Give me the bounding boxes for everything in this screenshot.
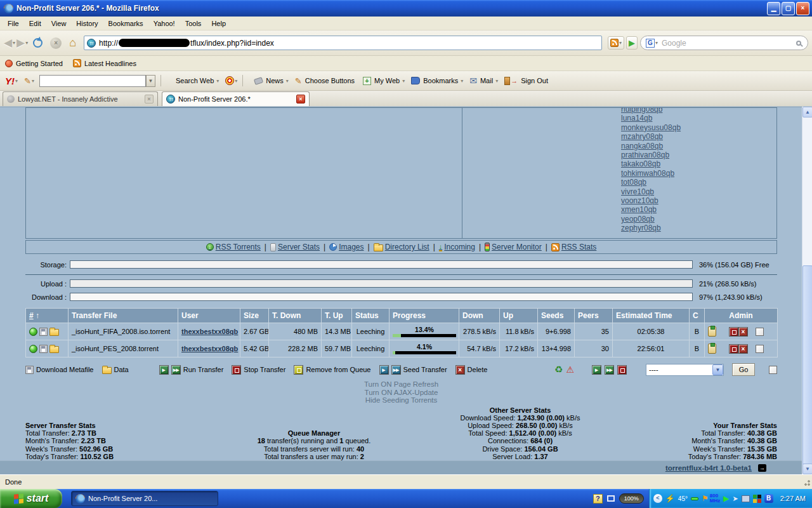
run-selected-button[interactable]: ▶▶ bbox=[605, 365, 614, 375]
metafile-icon[interactable] bbox=[39, 345, 48, 353]
menu-edit[interactable]: Edit bbox=[24, 18, 46, 29]
vertical-scrollbar[interactable]: ▲ ▼ bbox=[802, 107, 812, 474]
toggle-page-refresh[interactable]: Turn ON Page Refresh bbox=[364, 380, 438, 388]
link-images[interactable]: Images bbox=[329, 243, 363, 251]
user-link[interactable]: mzahry08qb bbox=[621, 132, 776, 141]
user-link[interactable]: nangka08qb bbox=[621, 142, 776, 150]
owner-link[interactable]: thexxbestxx08qb bbox=[181, 328, 238, 335]
stop-transfer-button[interactable] bbox=[729, 344, 738, 354]
menu-tools[interactable]: Tools bbox=[180, 18, 207, 29]
warning-icon[interactable]: ⚠ bbox=[566, 364, 574, 375]
bookmark-getting-started[interactable]: Getting Started bbox=[5, 60, 63, 67]
link-rss-torrents[interactable]: ↓RSS Torrents bbox=[206, 243, 261, 251]
yahoo-mail-button[interactable]: ✉Mail▾ bbox=[469, 76, 498, 86]
header-num[interactable]: # ↑ bbox=[26, 309, 69, 323]
user-link[interactable]: vivre10qb bbox=[621, 187, 776, 196]
resize-grip[interactable] bbox=[802, 478, 811, 486]
home-icon[interactable]: ⌂ bbox=[69, 36, 76, 50]
minimize-button[interactable]: ▁ bbox=[767, 2, 780, 15]
yahoo-target-button[interactable]: ▾ bbox=[225, 76, 237, 85]
arrow-right-icon[interactable]: → bbox=[758, 464, 766, 472]
temperature-text[interactable]: 45° bbox=[678, 495, 688, 502]
header-user[interactable]: User bbox=[178, 309, 240, 323]
signal-icon[interactable]: ⚡ bbox=[665, 494, 675, 503]
data-folder-icon[interactable] bbox=[49, 329, 59, 336]
menu-help[interactable]: Help bbox=[206, 18, 231, 29]
url-bar[interactable]: Tf http:// tflux/index.php?iid=index bbox=[84, 36, 602, 50]
link-directory-list[interactable]: Directory List bbox=[374, 243, 429, 251]
bookmark-latest-headlines[interactable]: Latest Headlines bbox=[73, 59, 136, 67]
yahoo-search-dropdown[interactable]: ▼ bbox=[146, 75, 155, 87]
recycle-icon[interactable]: ♻ bbox=[554, 364, 563, 375]
row-checkbox[interactable] bbox=[756, 328, 764, 336]
help-icon[interactable]: ? bbox=[593, 494, 603, 504]
go-button[interactable]: ▶ bbox=[626, 36, 638, 50]
run-all-button[interactable]: ▶ bbox=[592, 365, 601, 375]
yahoo-search-web-button[interactable]: Search Web▾ bbox=[173, 77, 219, 84]
details-clipboard-icon[interactable] bbox=[708, 326, 716, 337]
metafile-icon[interactable] bbox=[39, 328, 48, 336]
stop-all-button[interactable] bbox=[617, 365, 627, 375]
user-link[interactable]: xmen10qb bbox=[621, 205, 776, 214]
user-link[interactable]: takako08qb bbox=[621, 159, 776, 168]
header-down[interactable]: Down bbox=[459, 309, 500, 323]
toggle-ajax-update[interactable]: Turn ON AJAX-Update bbox=[365, 389, 438, 396]
user-link[interactable]: monkeysusu08qb bbox=[621, 123, 776, 132]
user-link[interactable]: prathivan08qb bbox=[621, 150, 776, 159]
link-incoming[interactable]: ↓Incoming bbox=[439, 243, 475, 251]
cursor-tray-icon[interactable]: ➤ bbox=[732, 495, 738, 503]
header-peers[interactable]: Peers bbox=[575, 309, 613, 323]
tab-close-icon[interactable]: × bbox=[145, 95, 154, 104]
go-button[interactable]: Go bbox=[732, 363, 755, 376]
yahoo-pencil-button[interactable]: ✎▾ bbox=[24, 76, 34, 86]
forward-button[interactable]: ▶▾ bbox=[16, 36, 28, 50]
user-link[interactable]: luna14qb bbox=[621, 114, 776, 123]
user-link[interactable]: tohkimwah08qb bbox=[621, 169, 776, 178]
link-server-monitor[interactable]: Server Monitor bbox=[485, 243, 542, 251]
user-link[interactable]: huiping08qb bbox=[621, 108, 776, 114]
link-rss-stats[interactable]: RSS Stats bbox=[551, 243, 596, 251]
select-all-checkbox[interactable] bbox=[769, 366, 777, 374]
tab-close-icon[interactable]: × bbox=[296, 95, 305, 104]
maximize-button[interactable]: ▢ bbox=[782, 2, 795, 15]
stop-icon[interactable]: × bbox=[50, 37, 62, 49]
header-eta[interactable]: Estimated Time bbox=[613, 309, 690, 323]
user-link[interactable]: tot08qb bbox=[621, 178, 776, 187]
menu-history[interactable]: History bbox=[71, 18, 103, 29]
owner-link[interactable]: thexxbestxx08qb bbox=[181, 345, 238, 352]
header-seeds[interactable]: Seeds bbox=[538, 309, 575, 323]
menu-yahoo[interactable]: Yahoo! bbox=[148, 18, 180, 29]
user-link[interactable]: zephyr08qb bbox=[621, 224, 776, 232]
meter-icon[interactable] bbox=[691, 497, 698, 500]
details-clipboard-icon[interactable] bbox=[708, 344, 716, 354]
menu-view[interactable]: View bbox=[46, 18, 72, 29]
reload-icon[interactable] bbox=[33, 38, 43, 48]
scroll-up-arrow[interactable]: ▲ bbox=[802, 107, 812, 117]
taskbar-task-firefox[interactable]: Non-Profit Server 20... bbox=[71, 491, 218, 506]
network-icon[interactable] bbox=[742, 495, 750, 502]
user-link[interactable]: voonz10qb bbox=[621, 196, 776, 205]
bulk-action-select[interactable]: ----▼ bbox=[646, 364, 724, 376]
yahoo-choose-buttons[interactable]: ✎Choose Buttons bbox=[295, 76, 357, 86]
yahoo-my-web-button[interactable]: +My Web▾ bbox=[363, 77, 405, 85]
search-input[interactable]: G▾ Google bbox=[640, 36, 808, 50]
rss-subscribe-button[interactable]: ▾ bbox=[608, 36, 624, 50]
play-tray-icon[interactable]: ▶ bbox=[723, 494, 729, 503]
yahoo-logo[interactable]: Y! bbox=[5, 76, 15, 86]
torrentflux-version-link[interactable]: torrentflux-b4rt 1.0-beta1 bbox=[665, 464, 752, 472]
yahoo-news-button[interactable]: News▾ bbox=[254, 77, 289, 84]
header-c[interactable]: C bbox=[690, 309, 705, 323]
tab-lowyat[interactable]: Lowyat.NET - Insanely Addictive × bbox=[3, 91, 158, 106]
battery-indicator[interactable]: 100% bbox=[619, 493, 644, 504]
stop-transfer-button[interactable] bbox=[729, 327, 738, 337]
yahoo-bookmarks-button[interactable]: Bookmarks▾ bbox=[411, 77, 463, 84]
tab-nonprofit-server[interactable]: Tf Non-Profit Server 206.* × bbox=[162, 91, 310, 106]
bluetooth-icon[interactable]: B bbox=[764, 494, 773, 503]
squares-tray-icon[interactable] bbox=[753, 495, 761, 503]
yahoo-search-input[interactable] bbox=[39, 75, 146, 87]
menu-file[interactable]: File bbox=[3, 18, 24, 29]
header-transfer-file[interactable]: Transfer File bbox=[69, 309, 178, 323]
data-folder-icon[interactable] bbox=[49, 346, 59, 353]
header-progress[interactable]: Progress bbox=[390, 309, 459, 323]
user-link[interactable]: yeop08qb bbox=[621, 215, 776, 224]
